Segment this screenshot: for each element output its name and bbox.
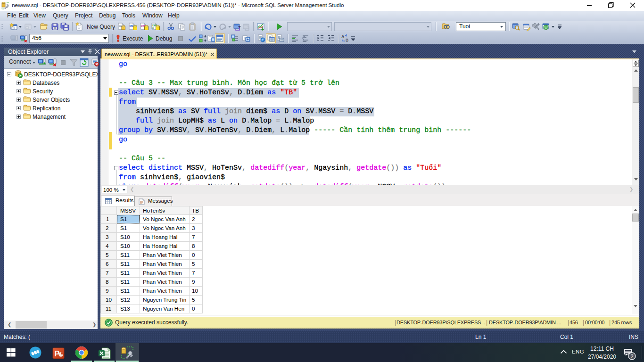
svg-text:B: B: [346, 38, 348, 42]
svg-text:A: A: [152, 26, 154, 29]
svg-text:A: A: [341, 34, 345, 39]
svg-text:2: 2: [631, 354, 634, 359]
